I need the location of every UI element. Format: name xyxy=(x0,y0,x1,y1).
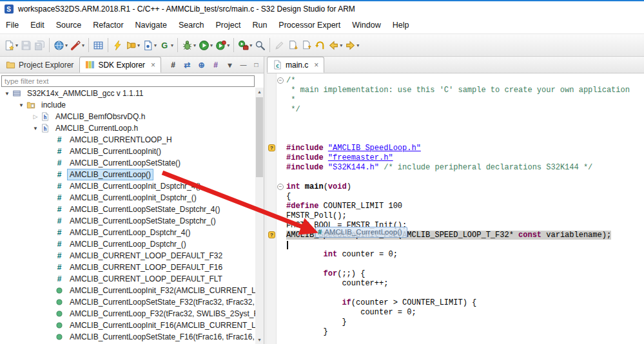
collapse-arrow-icon[interactable]: ▼ xyxy=(3,91,12,97)
tree-item[interactable]: #AMCLIB_CurrentLoop_Dsptchr_() xyxy=(0,238,255,250)
code-line[interactable] xyxy=(286,240,644,250)
code-line[interactable]: */ xyxy=(286,105,644,115)
tree-item[interactable]: ▼S32K14x_AMMCLIB_gcc v 1.1.11 xyxy=(0,88,255,99)
tree-item[interactable]: #AMCLIB_CURRENTLOOP_H xyxy=(0,134,255,146)
filter-input[interactable] xyxy=(1,75,255,87)
search-flashlight-button[interactable]: ▾ xyxy=(124,37,141,53)
previous-annotation-button[interactable] xyxy=(300,37,313,53)
tree-item[interactable]: AMCLIB_CurrentLoopSetState_F32(tFrac32, … xyxy=(0,296,255,308)
dropdown-arrow-icon[interactable]: ▾ xyxy=(227,43,229,48)
code-line[interactable]: #define COUNTER_LIMIT 100 xyxy=(286,202,644,211)
expand-all-button[interactable]: ⊕ xyxy=(195,59,208,71)
view-menu-button[interactable]: ▾ xyxy=(224,59,236,71)
code-editor[interactable]: /* * main implementation: use this 'C' s… xyxy=(285,73,644,344)
menu-item-refactor[interactable]: Refactor xyxy=(87,17,129,33)
tree-item[interactable]: AMCLIB_CurrentLoopInit_F16(AMCLIB_CURREN… xyxy=(0,320,255,331)
link-with-editor-button[interactable]: ⇄ xyxy=(181,59,193,71)
dropdown-arrow-icon[interactable]: ▾ xyxy=(82,43,84,48)
menu-item-project[interactable]: Project xyxy=(210,17,247,33)
menu-item-navigate[interactable]: Navigate xyxy=(130,17,173,33)
code-line[interactable]: } xyxy=(286,318,644,327)
close-tab-icon[interactable]: × xyxy=(314,61,318,70)
tree-item[interactable]: #AMCLIB_CURRENT_LOOP_DEFAULT_FLT xyxy=(0,273,255,285)
show-macros-button[interactable]: # xyxy=(167,59,179,71)
fold-collapse-icon[interactable]: − xyxy=(277,77,284,84)
expand-arrow-icon[interactable]: ▷ xyxy=(31,113,40,120)
code-line[interactable] xyxy=(286,134,644,144)
code-line[interactable] xyxy=(286,173,644,182)
tab-project-explorer[interactable]: Project Explorer xyxy=(0,57,79,73)
code-line[interactable] xyxy=(286,337,644,344)
code-line[interactable]: #include "S32K144.h" /* include peripher… xyxy=(286,163,644,173)
dropdown-arrow-icon[interactable]: ▾ xyxy=(193,43,196,48)
code-line[interactable]: * main implementation: use this 'C' samp… xyxy=(286,86,644,95)
tree-item[interactable]: #AMCLIB_CurrentLoopInit_Dsptchr_4() xyxy=(0,180,255,192)
tree-item[interactable]: #AMCLIB_CurrentLoopInit() xyxy=(0,146,255,157)
tree-item[interactable]: ▼include xyxy=(0,99,255,111)
menu-item-source[interactable]: Source xyxy=(50,17,88,33)
fold-collapse-icon[interactable]: − xyxy=(277,184,284,190)
tree-item[interactable]: AMCLIB_CurrentLoop_F32(tFrac32, SWLIBS_2… xyxy=(0,308,255,320)
code-line[interactable]: } xyxy=(286,327,644,337)
menu-item-window[interactable]: Window xyxy=(346,17,386,33)
flash-programmer-button[interactable]: ▾ xyxy=(69,37,86,53)
code-line[interactable] xyxy=(286,124,644,134)
debug-button[interactable]: ▾ xyxy=(181,37,197,53)
code-line[interactable]: int counter = 0; xyxy=(286,250,644,260)
scroll-up-arrow-icon[interactable]: ▲ xyxy=(255,88,264,96)
run-button[interactable]: ▾ xyxy=(197,37,214,53)
menu-item-edit[interactable]: Edit xyxy=(24,17,50,33)
code-line[interactable]: for(;;) { xyxy=(286,269,644,279)
dropdown-arrow-icon[interactable]: ▾ xyxy=(210,43,213,48)
next-annotation-button[interactable] xyxy=(286,37,300,53)
tree-item[interactable]: #AMCLIB_CurrentLoopSetState() xyxy=(0,157,255,169)
tree-item[interactable]: ▼hAMCLIB_CurrentLoop.h xyxy=(0,122,255,134)
maximize-view-button[interactable]: □ xyxy=(251,59,262,70)
tree-item[interactable]: AMCLIB_CurrentLoopInit_F32(AMCLIB_CURREN… xyxy=(0,285,255,296)
dropdown-arrow-icon[interactable]: ▾ xyxy=(137,43,140,48)
forward-button[interactable]: ▾ xyxy=(344,37,360,53)
code-line[interactable]: int main(void) xyxy=(286,182,644,192)
tree-item[interactable]: #AMCLIB_CurrentLoopSetState_Dsptchr_4() xyxy=(0,204,255,215)
code-line[interactable]: if(counter > COUNTER_LIMIT) { xyxy=(286,298,644,308)
menu-item-file[interactable]: File xyxy=(0,17,24,33)
tab-main-c[interactable]: c main.c × xyxy=(267,57,324,73)
back-button[interactable]: ▾ xyxy=(327,37,344,53)
filter-macros-button[interactable]: # xyxy=(210,59,222,71)
minimize-view-button[interactable]: — xyxy=(238,59,249,70)
code-line[interactable]: counter = 0; xyxy=(286,308,644,318)
code-line[interactable]: { xyxy=(286,192,644,202)
dropdown-arrow-icon[interactable]: ▾ xyxy=(15,43,18,48)
close-tab-icon[interactable]: × xyxy=(151,61,155,70)
open-element-button[interactable]: ▾ xyxy=(141,37,158,53)
profile-button[interactable]: ▾ xyxy=(214,37,231,53)
tree-item[interactable]: #AMCLIB_CurrentLoopSetState_Dsptchr_() xyxy=(0,215,255,227)
tree-item[interactable]: #AMCLIB_CurrentLoop() xyxy=(0,169,255,180)
tree-item[interactable]: #AMCLIB_CurrentLoopInit_Dsptchr_() xyxy=(0,192,255,204)
code-generator-button[interactable]: G▾ xyxy=(158,37,175,53)
tree-item[interactable]: ▷hAMCLIB_BemfObsrvDQ.h xyxy=(0,111,255,122)
new-button[interactable]: ▾ xyxy=(3,37,19,53)
code-line[interactable]: counter++; xyxy=(286,279,644,289)
flash-from-file-button[interactable] xyxy=(111,37,124,53)
code-line[interactable] xyxy=(286,289,644,298)
code-line[interactable]: * xyxy=(286,95,644,105)
code-line[interactable]: AMCLIB_SpeedLoopInit_F32(AMCLIB_SPEED_LO… xyxy=(286,231,644,240)
tree-item[interactable]: #AMCLIB_CURRENT_LOOP_DEFAULT_F16 xyxy=(0,262,255,273)
menu-item-help[interactable]: Help xyxy=(387,17,415,33)
help-annotation-icon[interactable]: ? xyxy=(268,144,275,151)
collapse-arrow-icon[interactable]: ▼ xyxy=(17,102,26,108)
tab-sdk-explorer[interactable]: SDK Explorer × xyxy=(79,57,161,73)
dropdown-arrow-icon[interactable]: ▾ xyxy=(340,43,342,48)
code-line[interactable]: /* xyxy=(286,76,644,86)
search-button[interactable] xyxy=(253,37,267,53)
collapse-arrow-icon[interactable]: ▼ xyxy=(31,126,40,131)
last-edit-location-button[interactable] xyxy=(313,37,327,53)
tree-item[interactable]: #AMCLIB_CurrentLoop_Dsptchr_4() xyxy=(0,227,255,238)
menu-item-run[interactable]: Run xyxy=(246,17,273,33)
code-line[interactable] xyxy=(286,115,644,124)
menu-item-search[interactable]: Search xyxy=(173,17,210,33)
scroll-down-arrow-icon[interactable]: ▼ xyxy=(255,336,264,344)
scrollbar-thumb[interactable] xyxy=(256,97,263,177)
dropdown-arrow-icon[interactable]: ▾ xyxy=(154,43,157,48)
